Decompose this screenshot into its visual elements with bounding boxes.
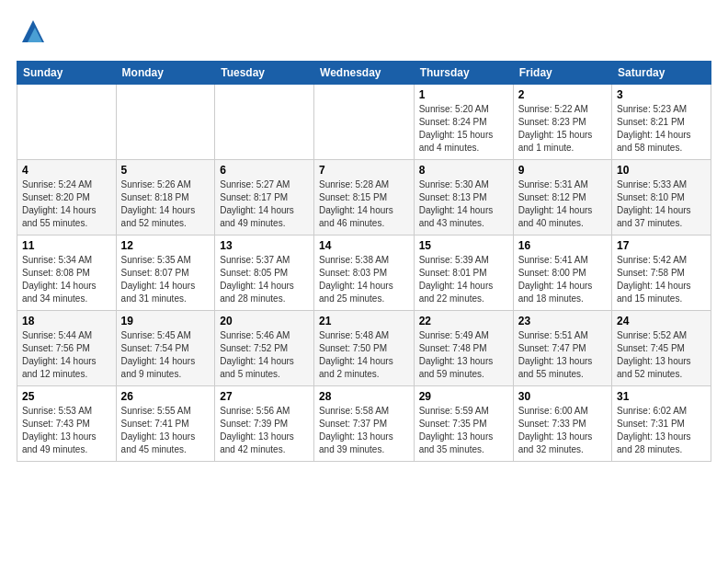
day-cell: 15Sunrise: 5:39 AM Sunset: 8:01 PM Dayli… <box>414 236 513 311</box>
day-cell: 31Sunrise: 6:02 AM Sunset: 7:31 PM Dayli… <box>612 386 711 462</box>
day-cell: 22Sunrise: 5:49 AM Sunset: 7:48 PM Dayli… <box>414 311 513 386</box>
logo-icon <box>18 17 48 46</box>
day-info: Sunrise: 5:41 AM Sunset: 8:00 PM Dayligh… <box>518 254 607 305</box>
day-cell: 8Sunrise: 5:30 AM Sunset: 8:13 PM Daylig… <box>414 160 513 236</box>
day-number: 2 <box>518 88 607 101</box>
week-row-1: 4Sunrise: 5:24 AM Sunset: 8:20 PM Daylig… <box>17 160 711 236</box>
day-info: Sunrise: 5:28 AM Sunset: 8:15 PM Dayligh… <box>319 178 409 230</box>
day-cell: 5Sunrise: 5:26 AM Sunset: 8:18 PM Daylig… <box>116 160 215 236</box>
day-cell: 26Sunrise: 5:55 AM Sunset: 7:41 PM Dayli… <box>116 386 215 462</box>
day-cell: 6Sunrise: 5:27 AM Sunset: 8:17 PM Daylig… <box>215 160 314 236</box>
day-number: 3 <box>617 88 706 101</box>
weekday-header-row: SundayMondayTuesdayWednesdayThursdayFrid… <box>17 62 711 85</box>
day-info: Sunrise: 5:38 AM Sunset: 8:03 PM Dayligh… <box>319 254 409 305</box>
day-number: 10 <box>617 164 706 177</box>
day-info: Sunrise: 5:58 AM Sunset: 7:37 PM Dayligh… <box>319 405 409 456</box>
day-number: 22 <box>419 315 508 327</box>
weekday-header-monday: Monday <box>116 62 215 85</box>
day-number: 14 <box>319 239 409 252</box>
day-info: Sunrise: 5:37 AM Sunset: 8:05 PM Dayligh… <box>220 254 309 305</box>
day-info: Sunrise: 5:44 AM Sunset: 7:56 PM Dayligh… <box>22 329 111 381</box>
day-cell: 28Sunrise: 5:58 AM Sunset: 7:37 PM Dayli… <box>314 386 415 462</box>
logo-text <box>17 17 48 52</box>
day-number: 24 <box>617 315 706 327</box>
weekday-header-thursday: Thursday <box>414 62 513 85</box>
day-cell: 7Sunrise: 5:28 AM Sunset: 8:15 PM Daylig… <box>314 160 415 236</box>
day-cell: 16Sunrise: 5:41 AM Sunset: 8:00 PM Dayli… <box>513 236 611 311</box>
day-cell: 10Sunrise: 5:33 AM Sunset: 8:10 PM Dayli… <box>612 160 711 236</box>
day-info: Sunrise: 5:56 AM Sunset: 7:39 PM Dayligh… <box>220 405 309 456</box>
day-number: 4 <box>22 164 111 177</box>
day-number: 7 <box>319 164 409 177</box>
day-info: Sunrise: 5:48 AM Sunset: 7:50 PM Dayligh… <box>319 329 409 381</box>
day-number: 12 <box>121 239 210 252</box>
day-cell: 19Sunrise: 5:45 AM Sunset: 7:54 PM Dayli… <box>116 311 215 386</box>
day-info: Sunrise: 5:45 AM Sunset: 7:54 PM Dayligh… <box>121 329 210 381</box>
day-info: Sunrise: 5:23 AM Sunset: 8:21 PM Dayligh… <box>617 103 706 155</box>
weekday-header-tuesday: Tuesday <box>215 62 314 85</box>
day-number: 13 <box>220 239 309 252</box>
day-cell <box>215 85 314 160</box>
week-row-0: 1Sunrise: 5:20 AM Sunset: 8:24 PM Daylig… <box>17 85 711 160</box>
day-number: 29 <box>419 390 508 403</box>
day-cell: 14Sunrise: 5:38 AM Sunset: 8:03 PM Dayli… <box>314 236 415 311</box>
day-cell: 23Sunrise: 5:51 AM Sunset: 7:47 PM Dayli… <box>513 311 611 386</box>
week-row-4: 25Sunrise: 5:53 AM Sunset: 7:43 PM Dayli… <box>17 386 711 462</box>
day-number: 25 <box>22 390 111 403</box>
day-info: Sunrise: 5:33 AM Sunset: 8:10 PM Dayligh… <box>617 178 706 230</box>
day-info: Sunrise: 5:20 AM Sunset: 8:24 PM Dayligh… <box>419 103 508 155</box>
day-info: Sunrise: 5:42 AM Sunset: 7:58 PM Dayligh… <box>617 254 706 305</box>
day-number: 5 <box>121 164 210 177</box>
day-number: 26 <box>121 390 210 403</box>
day-info: Sunrise: 5:46 AM Sunset: 7:52 PM Dayligh… <box>220 329 309 381</box>
day-cell <box>116 85 215 160</box>
day-number: 31 <box>617 390 706 403</box>
day-cell: 9Sunrise: 5:31 AM Sunset: 8:12 PM Daylig… <box>513 160 611 236</box>
day-number: 30 <box>518 390 607 403</box>
day-cell: 20Sunrise: 5:46 AM Sunset: 7:52 PM Dayli… <box>215 311 314 386</box>
logo <box>17 17 48 52</box>
day-info: Sunrise: 5:55 AM Sunset: 7:41 PM Dayligh… <box>121 405 210 456</box>
calendar: SundayMondayTuesdayWednesdayThursdayFrid… <box>17 61 711 462</box>
header <box>17 17 711 52</box>
day-info: Sunrise: 5:39 AM Sunset: 8:01 PM Dayligh… <box>419 254 508 305</box>
day-cell: 13Sunrise: 5:37 AM Sunset: 8:05 PM Dayli… <box>215 236 314 311</box>
day-info: Sunrise: 6:02 AM Sunset: 7:31 PM Dayligh… <box>617 405 706 456</box>
day-number: 15 <box>419 239 508 252</box>
day-info: Sunrise: 5:52 AM Sunset: 7:45 PM Dayligh… <box>617 329 706 381</box>
day-number: 20 <box>220 315 309 327</box>
day-info: Sunrise: 5:22 AM Sunset: 8:23 PM Dayligh… <box>518 103 607 155</box>
day-cell <box>314 85 415 160</box>
weekday-header-sunday: Sunday <box>17 62 117 85</box>
day-info: Sunrise: 5:31 AM Sunset: 8:12 PM Dayligh… <box>518 178 607 230</box>
day-cell: 30Sunrise: 6:00 AM Sunset: 7:33 PM Dayli… <box>513 386 611 462</box>
day-number: 9 <box>518 164 607 177</box>
day-cell: 12Sunrise: 5:35 AM Sunset: 8:07 PM Dayli… <box>116 236 215 311</box>
weekday-header-saturday: Saturday <box>612 62 711 85</box>
day-cell <box>17 85 117 160</box>
day-number: 28 <box>319 390 409 403</box>
weekday-header-wednesday: Wednesday <box>314 62 415 85</box>
day-number: 11 <box>22 239 111 252</box>
day-info: Sunrise: 5:51 AM Sunset: 7:47 PM Dayligh… <box>518 329 607 381</box>
day-info: Sunrise: 5:59 AM Sunset: 7:35 PM Dayligh… <box>419 405 508 456</box>
day-info: Sunrise: 5:27 AM Sunset: 8:17 PM Dayligh… <box>220 178 309 230</box>
day-number: 18 <box>22 315 111 327</box>
day-cell: 25Sunrise: 5:53 AM Sunset: 7:43 PM Dayli… <box>17 386 117 462</box>
day-number: 17 <box>617 239 706 252</box>
day-cell: 3Sunrise: 5:23 AM Sunset: 8:21 PM Daylig… <box>612 85 711 160</box>
day-cell: 27Sunrise: 5:56 AM Sunset: 7:39 PM Dayli… <box>215 386 314 462</box>
day-number: 16 <box>518 239 607 252</box>
day-cell: 24Sunrise: 5:52 AM Sunset: 7:45 PM Dayli… <box>612 311 711 386</box>
day-cell: 18Sunrise: 5:44 AM Sunset: 7:56 PM Dayli… <box>17 311 117 386</box>
day-info: Sunrise: 5:35 AM Sunset: 8:07 PM Dayligh… <box>121 254 210 305</box>
day-cell: 2Sunrise: 5:22 AM Sunset: 8:23 PM Daylig… <box>513 85 611 160</box>
day-info: Sunrise: 5:49 AM Sunset: 7:48 PM Dayligh… <box>419 329 508 381</box>
weekday-header-friday: Friday <box>513 62 611 85</box>
day-info: Sunrise: 5:30 AM Sunset: 8:13 PM Dayligh… <box>419 178 508 230</box>
day-number: 8 <box>419 164 508 177</box>
day-number: 1 <box>419 88 508 101</box>
day-cell: 1Sunrise: 5:20 AM Sunset: 8:24 PM Daylig… <box>414 85 513 160</box>
day-info: Sunrise: 5:53 AM Sunset: 7:43 PM Dayligh… <box>22 405 111 456</box>
day-number: 6 <box>220 164 309 177</box>
